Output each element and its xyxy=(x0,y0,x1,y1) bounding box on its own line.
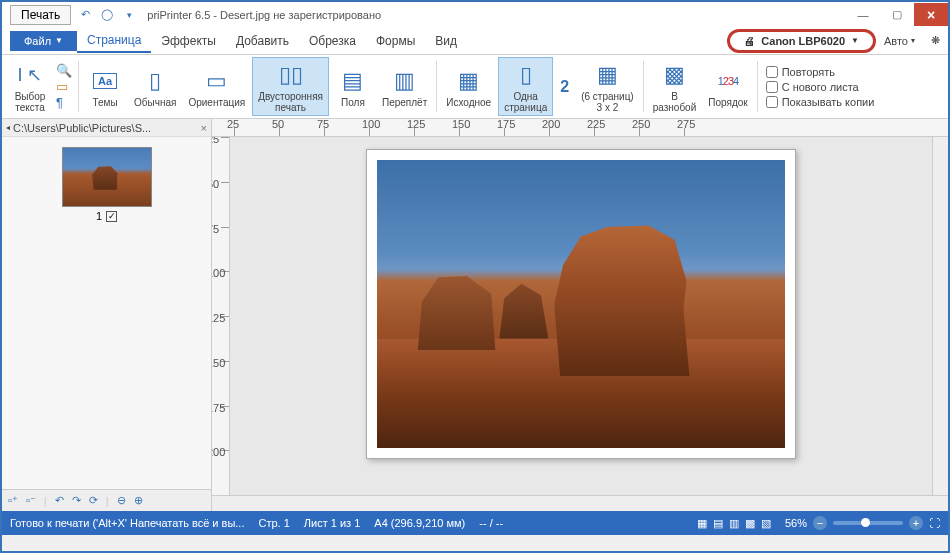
themes-icon: Aa xyxy=(93,66,117,96)
repeat-check[interactable]: Повторять xyxy=(766,66,875,78)
page-thumbnail[interactable] xyxy=(62,147,152,207)
quick-access-toolbar: ↶ ◯ ▾ xyxy=(77,7,137,23)
duplex-button[interactable]: ▯▯Двусторонняя печать xyxy=(252,57,329,116)
print-button[interactable]: Печать xyxy=(10,5,71,25)
printer-icon: 🖨 xyxy=(744,35,755,47)
binoculars-icon[interactable]: 🔍 xyxy=(56,64,72,78)
photo-content xyxy=(377,160,785,448)
status-ready: Готово к печати ('Alt+X' Напечатать всё … xyxy=(10,517,244,529)
tab-crop[interactable]: Обрезка xyxy=(299,30,366,52)
zoom-out-button[interactable]: − xyxy=(813,516,827,530)
zoom-in-button[interactable]: + xyxy=(909,516,923,530)
zoom-value: 56% xyxy=(785,517,807,529)
tab-view[interactable]: Вид xyxy=(425,30,467,52)
page-icon: ▯ xyxy=(149,66,161,96)
menubar: Файл▼ Страница Эффекты Добавить Обрезка … xyxy=(2,27,948,55)
two-button[interactable]: 2 xyxy=(555,57,574,116)
order-icon: 1234 xyxy=(718,66,739,96)
auto-button[interactable]: Авто▾ xyxy=(876,35,923,47)
order-button[interactable]: 1234Порядок xyxy=(703,57,752,116)
view2-icon[interactable]: ▤ xyxy=(713,517,723,530)
status-sheet: Лист 1 из 1 xyxy=(304,517,361,529)
scatter-button[interactable]: ▩В разнобой xyxy=(648,57,702,116)
status-size: A4 (296.9,210 мм) xyxy=(374,517,465,529)
cursor-icon: I ↖ xyxy=(17,60,42,90)
zoom-fit-icon[interactable]: ⛶ xyxy=(929,517,940,529)
margins-icon: ▤ xyxy=(342,66,363,96)
chevron-down-icon: ▼ xyxy=(851,36,859,45)
showcopies-check[interactable]: Показывать копии xyxy=(766,96,875,108)
qat-more-icon[interactable]: ▾ xyxy=(121,7,137,23)
source-button[interactable]: ▦Исходное xyxy=(441,57,496,116)
tab-forms[interactable]: Формы xyxy=(366,30,425,52)
lasso-icon[interactable]: ◯ xyxy=(99,7,115,23)
edit-icon[interactable]: ▭ xyxy=(56,80,72,94)
newsheet-check[interactable]: С нового листа xyxy=(766,81,875,93)
statusbar: Готово к печати ('Alt+X' Напечатать всё … xyxy=(2,511,948,535)
sidebar: ◂ C:\Users\Public\Pictures\S... × 1✓ ▫⁺ … xyxy=(2,119,212,511)
binding-button[interactable]: ▥Переплёт xyxy=(377,57,432,116)
sidebar-toolbar: ▫⁺ ▫⁻ | ↶ ↷ ⟳ | ⊖ ⊕ xyxy=(2,489,211,511)
chevron-down-icon: ▼ xyxy=(55,36,63,45)
view1-icon[interactable]: ▦ xyxy=(697,517,707,530)
printer-selector[interactable]: 🖨 Canon LBP6020 ▼ xyxy=(727,29,876,53)
minimize-button[interactable]: — xyxy=(846,3,880,26)
onepage-icon: ▯ xyxy=(520,60,532,90)
status-dash: -- / -- xyxy=(479,517,503,529)
tab-effects[interactable]: Эффекты xyxy=(151,30,226,52)
sidebar-path: C:\Users\Public\Pictures\S... xyxy=(13,122,151,134)
file-menu[interactable]: Файл▼ xyxy=(10,31,77,51)
zoom-slider[interactable] xyxy=(833,521,903,525)
margins-button[interactable]: ▤Поля xyxy=(331,57,375,116)
ribbon: I ↖ Выбор текста 🔍 ▭ ¶ AaТемы ▯Обычная ▭… xyxy=(2,55,948,119)
format-icon[interactable]: ¶ xyxy=(56,96,72,110)
zoom-in-icon[interactable]: ⊕ xyxy=(134,494,143,507)
tab-page[interactable]: Страница xyxy=(77,29,151,53)
sidebar-close-icon[interactable]: × xyxy=(201,122,207,134)
add-page-icon[interactable]: ▫⁺ xyxy=(8,494,18,507)
page-preview[interactable] xyxy=(366,149,796,459)
redo-icon[interactable]: ↷ xyxy=(72,494,81,507)
thumb-check-icon[interactable]: ✓ xyxy=(106,211,117,222)
undo-icon[interactable]: ↶ xyxy=(55,494,64,507)
thumbnail-area: 1✓ xyxy=(2,137,211,489)
ruler-vertical xyxy=(212,137,230,495)
normal-button[interactable]: ▯Обычная xyxy=(129,57,181,116)
undo-icon[interactable]: ↶ xyxy=(77,7,93,23)
page-viewport[interactable] xyxy=(230,137,932,495)
printer-name: Canon LBP6020 xyxy=(761,35,845,47)
view-mode-icons: ▦ ▤ ▥ ▩ ▧ xyxy=(697,517,771,530)
zoom-out-icon[interactable]: ⊖ xyxy=(117,494,126,507)
status-page: Стр. 1 xyxy=(258,517,289,529)
settings-gear-icon[interactable]: ❋ xyxy=(923,34,948,47)
sidebar-header: ◂ C:\Users\Public\Pictures\S... × xyxy=(2,119,211,137)
six-button[interactable]: ▦(6 страниц) 3 x 2 xyxy=(576,57,639,116)
ruler-horizontal xyxy=(212,119,948,137)
remove-page-icon[interactable]: ▫⁻ xyxy=(26,494,36,507)
two-icon: 2 xyxy=(560,72,569,102)
view4-icon[interactable]: ▩ xyxy=(745,517,755,530)
orientation-button[interactable]: ▭Ориентация xyxy=(183,57,250,116)
canvas-area xyxy=(212,119,948,511)
binding-icon: ▥ xyxy=(394,66,415,96)
refresh-icon[interactable]: ⟳ xyxy=(89,494,98,507)
scrollbar-vertical[interactable] xyxy=(932,137,948,495)
thumbnail-label: 1✓ xyxy=(96,210,117,222)
options-group: Повторять С нового листа Показывать копи… xyxy=(762,57,879,116)
text-select-tool[interactable]: I ↖ Выбор текста xyxy=(8,57,52,116)
close-button[interactable]: × xyxy=(914,3,948,26)
mini-tools: 🔍 ▭ ¶ xyxy=(54,57,74,116)
grid-icon: ▦ xyxy=(597,60,618,90)
orientation-icon: ▭ xyxy=(206,66,227,96)
maximize-button[interactable]: ▢ xyxy=(880,3,914,26)
titlebar: Печать ↶ ◯ ▾ priPrinter 6.5 - Desert.jpg… xyxy=(2,2,948,27)
view3-icon[interactable]: ▥ xyxy=(729,517,739,530)
onepage-button[interactable]: ▯Одна страница xyxy=(498,57,553,116)
scrollbar-horizontal[interactable] xyxy=(212,495,948,511)
scatter-icon: ▩ xyxy=(664,60,685,90)
duplex-icon: ▯▯ xyxy=(279,60,303,90)
tab-add[interactable]: Добавить xyxy=(226,30,299,52)
themes-button[interactable]: AaТемы xyxy=(83,57,127,116)
view5-icon[interactable]: ▧ xyxy=(761,517,771,530)
source-icon: ▦ xyxy=(458,66,479,96)
